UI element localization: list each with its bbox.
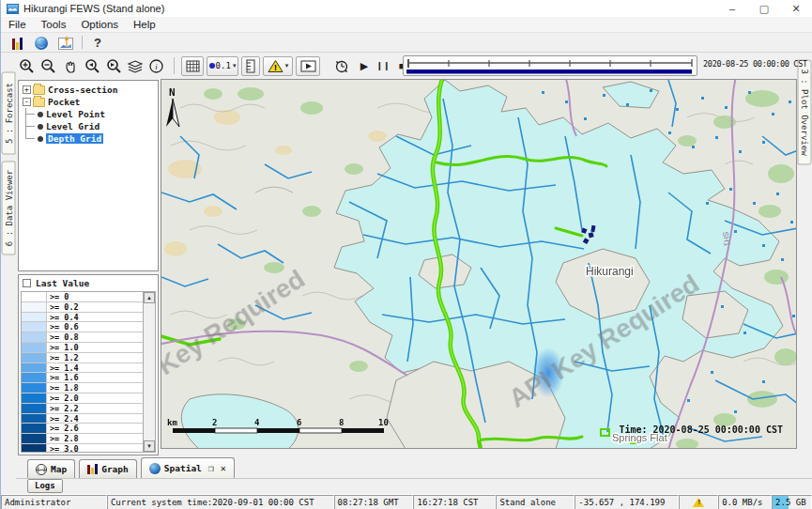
chevron-down-icon: ▾ (285, 62, 289, 69)
animation-timer-icon[interactable] (329, 55, 355, 76)
status-transfer-rate: 0.0 MB/s (718, 495, 772, 509)
legend-scrollbar[interactable]: ▲ ▼ (143, 292, 155, 452)
minimize-button[interactable]: – (716, 0, 748, 17)
help-icon[interactable]: ? (94, 36, 101, 50)
tab-plot-overview[interactable]: 3 : Plot Overview (798, 60, 812, 165)
grid-display-button[interactable] (181, 56, 204, 76)
last-value-label: Last Value (36, 278, 89, 288)
menu-file[interactable]: File (8, 19, 26, 30)
play-button[interactable]: ▶ (355, 60, 374, 72)
legend-row: >= 2.8 (22, 434, 143, 444)
warning-triangle-icon: ! (268, 59, 283, 73)
zoom-next-icon[interactable] (102, 55, 124, 76)
legend-row: >= 0 (22, 292, 143, 302)
status-memory[interactable]: 2.5 GB (772, 495, 812, 509)
map-display-icon[interactable] (33, 35, 50, 50)
status-gmt-time: 08:27:18 GMT (334, 495, 414, 509)
legend-row: >= 0.8 (22, 332, 143, 343)
tab-plot-overview-label: 3 : Plot Overview (800, 69, 809, 155)
logs-panel-icon[interactable] (8, 35, 25, 50)
tree-item-label[interactable]: Pocket (48, 97, 80, 107)
status-bar: Administrator Current system time:2020-0… (1, 494, 812, 509)
tab-data-viewer-label: 6 : Data Viewer (4, 170, 13, 246)
pan-hand-icon[interactable] (59, 55, 81, 76)
svg-text:!: ! (274, 63, 277, 72)
tab-forecast[interactable]: 5 : Forecast (2, 72, 16, 155)
zoom-out-icon[interactable] (38, 55, 59, 76)
legend-row: >= 0.6 (22, 322, 143, 332)
chevron-down-icon: ▾ (233, 62, 237, 69)
tree-item-level-grid[interactable]: Level Grid (21, 120, 158, 132)
restore-pane-icon[interactable]: ❐ (208, 463, 214, 473)
svg-text:4: 4 (254, 418, 260, 427)
legend-row: >= 2.4 (22, 414, 143, 424)
main-toolbar: ? (1, 33, 812, 53)
tree-item-cross-section[interactable]: + Cross-section (21, 84, 158, 96)
map-canvas[interactable]: API Key Required API Key Required Hikura… (161, 79, 797, 449)
layer-node-icon (38, 124, 43, 130)
data-viewer-panel: + Cross-section - Pocket Level Point Lev… (16, 79, 161, 457)
menu-options[interactable]: Options (81, 19, 118, 30)
zoom-previous-icon[interactable] (81, 55, 102, 76)
tab-spatial[interactable]: Spatial ❐ ✕ (141, 457, 235, 478)
logs-button[interactable]: Logs (27, 479, 63, 493)
tree-item-pocket[interactable]: - Pocket (21, 96, 158, 108)
threshold-dot-icon (209, 63, 215, 69)
menu-bar: File Tools Options Help (1, 17, 812, 33)
expand-icon[interactable]: + (23, 85, 31, 94)
maximize-button[interactable]: ▢ (748, 0, 780, 17)
tree-item-label[interactable]: Level Point (46, 109, 105, 119)
legend-row: >= 1.4 (22, 363, 143, 374)
warning-icon (693, 498, 704, 507)
scroll-up-icon[interactable]: ▲ (144, 292, 155, 303)
legend-row: >= 1.0 (22, 343, 143, 353)
tree-item-label[interactable]: Level Grid (46, 121, 100, 131)
timeline-progress-bar (406, 69, 692, 74)
legend-row: >= 2.0 (22, 393, 143, 404)
tree-item-label-selected[interactable]: Depth Grid (46, 133, 103, 144)
close-pane-icon[interactable]: ✕ (221, 463, 226, 473)
wireframe-globe-icon (36, 464, 47, 475)
media-player-button[interactable] (296, 56, 320, 76)
status-local-time: 16:27:18 CST (413, 495, 496, 509)
collapse-icon[interactable]: - (23, 98, 31, 106)
threshold-dropdown[interactable]: 0.1 ▾ (207, 56, 238, 76)
tree-guide (25, 120, 37, 132)
tab-data-viewer[interactable]: 6 : Data Viewer (2, 162, 16, 255)
threshold-value: 0.1 (216, 61, 231, 70)
warning-dropdown[interactable]: ! ▾ (263, 56, 293, 76)
bar-chart-icon (87, 464, 98, 474)
status-mode: Stand alone (496, 495, 575, 509)
time-slider[interactable] (403, 55, 697, 76)
svg-text:N: N (169, 86, 176, 99)
svg-text:6: 6 (297, 418, 301, 427)
layers-icon[interactable] (124, 55, 146, 76)
tree-item-depth-grid[interactable]: Depth Grid (21, 132, 158, 145)
scroll-down-icon[interactable]: ▼ (144, 440, 155, 452)
tab-map[interactable]: Map (27, 459, 75, 478)
tree-item-label[interactable]: Cross-section (48, 85, 117, 95)
status-system-time: Current system time:2020-09-01 00:00 CST (107, 495, 334, 509)
pause-button[interactable]: ❙❙ (374, 61, 392, 70)
legend-row: >= 1.8 (22, 383, 143, 393)
map-time-label: Time: 2020-08-25 00:00:00 CST (619, 424, 783, 435)
svg-text:8: 8 (339, 418, 344, 427)
last-value-checkbox[interactable] (23, 279, 31, 287)
timeseries-display-icon[interactable] (57, 35, 74, 50)
status-coordinates: -35.657 , 174.199 (575, 495, 679, 509)
legend-row: >= 2.6 (22, 424, 143, 434)
zoom-in-icon[interactable] (16, 55, 38, 76)
status-warning-cell[interactable] (679, 495, 718, 509)
status-user: Administrator (1, 495, 107, 509)
toolbar-separator (82, 36, 83, 49)
close-button[interactable]: ✕ (780, 0, 812, 17)
menu-help[interactable]: Help (133, 19, 156, 30)
menu-tools[interactable]: Tools (41, 19, 67, 30)
info-icon[interactable]: i (146, 55, 167, 76)
tab-graph[interactable]: Graph (79, 459, 137, 478)
label-hikurangi: Hikurangi (586, 265, 634, 278)
legend-row: >= 2.2 (22, 404, 143, 414)
scale-gauge-button[interactable] (241, 56, 260, 76)
tree-item-level-point[interactable]: Level Point (21, 108, 158, 120)
window-title: Hikurangi FEWS (Stand alone) (23, 3, 164, 14)
